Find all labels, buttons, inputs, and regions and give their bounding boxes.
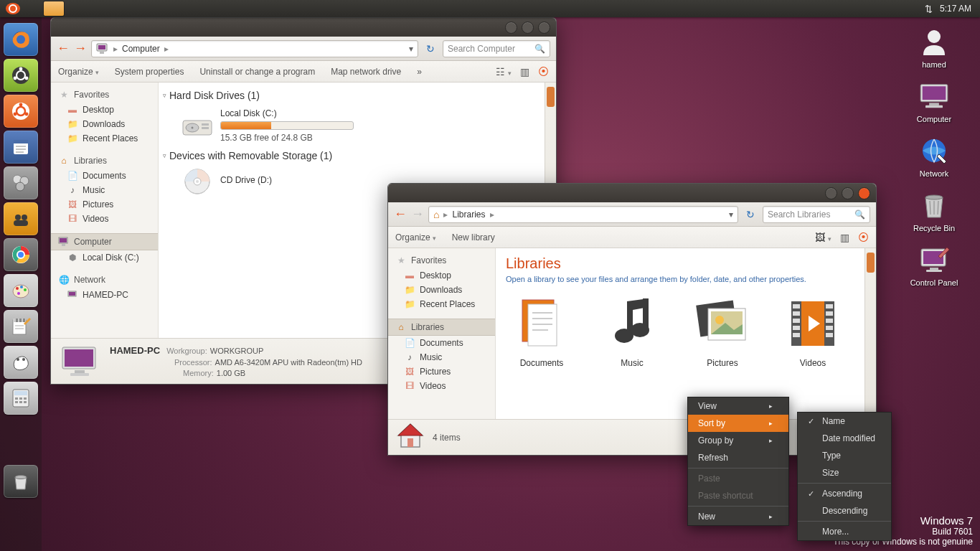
close-button[interactable] — [538, 22, 550, 34]
maximize-button[interactable] — [842, 187, 854, 199]
svg-rect-103 — [793, 333, 800, 337]
desktop-icon-controlpanel[interactable]: Control Panel — [898, 244, 970, 287]
help-icon[interactable]: ⦿ — [858, 231, 869, 243]
taskbar-window-button[interactable] — [44, 1, 64, 16]
sidebar-item-documents[interactable]: 📄Documents — [51, 169, 158, 183]
launcher-social[interactable] — [4, 202, 38, 235]
library-music[interactable]: Music — [603, 295, 661, 368]
system-properties[interactable]: System properties — [115, 67, 184, 77]
ctx-new[interactable]: New▸ — [688, 508, 788, 525]
address-bar[interactable]: ⌂ ▸ Libraries ▸ ▾ — [428, 206, 738, 223]
sidebar-item-recent[interactable]: 📁Recent Places — [388, 297, 495, 311]
titlebar[interactable] — [388, 184, 876, 202]
forward-button[interactable]: → — [411, 207, 424, 222]
content-area[interactable]: Libraries Open a library to see your fil… — [496, 248, 876, 419]
sidebar-item-localdisk[interactable]: ⬢Local Disk (C:) — [51, 250, 158, 265]
minimize-button[interactable] — [505, 22, 517, 34]
address-bar[interactable]: ▸ Computer ▸ ▾ — [91, 40, 418, 57]
minimize-button[interactable] — [825, 187, 837, 199]
organize-menu[interactable]: Organize▾ — [58, 67, 99, 77]
launcher-editor[interactable] — [4, 310, 38, 343]
section-hdd[interactable]: ▿Hard Disk Drives (1) — [161, 87, 553, 104]
sidebar-item-documents[interactable]: 📄Documents — [388, 336, 495, 350]
new-library[interactable]: New library — [452, 232, 495, 242]
desktop-icon-recycle[interactable]: Recycle Bin — [898, 189, 970, 232]
sidebar-item-desktop[interactable]: ▬Desktop — [51, 103, 158, 117]
ctx-view[interactable]: View▸ — [688, 397, 788, 415]
launcher-browser[interactable] — [4, 238, 38, 271]
sidebar-item-hamedpc[interactable]: HAMED-PC — [51, 288, 158, 302]
forward-button[interactable]: → — [74, 41, 87, 56]
clock[interactable]: 5:17 AM — [940, 4, 971, 14]
sidebar-item-downloads[interactable]: 📁Downloads — [388, 283, 495, 297]
network-indicator-icon[interactable]: ⇅ — [925, 4, 933, 14]
desktop-icon-network[interactable]: Network — [898, 135, 970, 178]
titlebar[interactable] — [51, 18, 556, 37]
sidebar-item-recent[interactable]: 📁Recent Places — [51, 131, 158, 146]
close-button[interactable] — [858, 187, 870, 199]
desktop-icon-computer[interactable]: Computer — [898, 80, 970, 123]
launcher-settings[interactable] — [4, 166, 38, 199]
svg-point-30 — [17, 292, 20, 295]
sidebar-libraries[interactable]: ⌂Libraries — [51, 153, 158, 169]
ctx-refresh[interactable]: Refresh — [688, 449, 788, 466]
ctx-sortby[interactable]: Sort by▸ — [688, 415, 788, 432]
ctx-sort-type[interactable]: Type — [798, 447, 891, 464]
launcher-notes[interactable] — [4, 131, 38, 164]
ctx-groupby[interactable]: Group by▸ — [688, 432, 788, 449]
refresh-button[interactable]: ↻ — [743, 207, 758, 222]
ctx-sort-size[interactable]: Size — [798, 464, 891, 481]
sidebar-favorites[interactable]: ★Favorites — [388, 253, 495, 268]
back-button[interactable]: ← — [57, 41, 70, 56]
preview-pane-button[interactable]: ▥ — [840, 232, 849, 243]
sidebar-libraries[interactable]: ⌂Libraries — [388, 319, 495, 336]
ctx-sort-asc[interactable]: ✓Ascending — [798, 485, 891, 502]
help-icon[interactable]: ⦿ — [538, 65, 549, 77]
ctx-sort-desc[interactable]: Descending — [798, 502, 891, 519]
launcher-ubuntu[interactable] — [4, 95, 38, 128]
view-mode-button[interactable]: ☷ ▾ — [496, 66, 512, 77]
search-input[interactable]: Search Libraries 🔍 — [763, 206, 870, 223]
sidebar-item-music[interactable]: ♪Music — [388, 350, 495, 364]
sidebar-item-desktop[interactable]: ▬Desktop — [388, 268, 495, 283]
preview-pane-button[interactable]: ▥ — [520, 66, 529, 77]
sidebar-item-videos[interactable]: 🎞Videos — [388, 379, 495, 393]
desktop-icon-user[interactable]: hamed — [898, 26, 970, 69]
launcher-office[interactable] — [4, 346, 38, 379]
refresh-button[interactable]: ↻ — [423, 41, 438, 57]
section-removable[interactable]: ▿Devices with Removable Storage (1) — [161, 147, 553, 164]
organize-menu[interactable]: Organize▾ — [395, 232, 436, 242]
svg-rect-42 — [15, 397, 18, 400]
sidebar-item-videos[interactable]: 🎞Videos — [51, 212, 158, 226]
launcher-firefox[interactable] — [4, 23, 38, 56]
scrollbar[interactable] — [864, 248, 876, 419]
ctx-sort-datemodified[interactable]: Date modified — [798, 430, 891, 447]
desktop-icon-label: Computer — [917, 115, 951, 123]
back-button[interactable]: ← — [394, 207, 407, 222]
sidebar-item-downloads[interactable]: 📁Downloads — [51, 117, 158, 131]
library-documents[interactable]: Documents — [513, 295, 570, 368]
launcher-ubuntu-sw[interactable] — [4, 59, 38, 92]
search-input[interactable]: Search Computer 🔍 — [443, 40, 550, 57]
launcher-calculator[interactable] — [4, 382, 38, 415]
desktop-icon-label: Control Panel — [910, 278, 958, 287]
ubuntu-logo-icon[interactable] — [6, 3, 20, 14]
sidebar-computer[interactable]: Computer — [51, 233, 158, 250]
drive-local-c[interactable]: Local Disk (C:) 15.3 GB free of 24.8 GB — [161, 104, 553, 147]
toolbar-overflow[interactable]: » — [417, 67, 422, 77]
ctx-sort-name[interactable]: ✓Name — [798, 413, 891, 430]
library-videos[interactable]: Videos — [784, 295, 842, 368]
launcher-paint[interactable] — [4, 274, 38, 307]
sidebar-network[interactable]: 🌐Network — [51, 272, 158, 288]
maximize-button[interactable] — [522, 22, 534, 34]
sidebar-item-pictures[interactable]: 🖼Pictures — [388, 364, 495, 379]
view-mode-button[interactable]: 🖼 ▾ — [815, 232, 831, 243]
uninstall-program[interactable]: Uninstall or change a program — [199, 67, 315, 77]
sidebar-favorites[interactable]: ★Favorites — [51, 87, 158, 103]
map-network-drive[interactable]: Map network drive — [331, 67, 401, 77]
ctx-sort-more[interactable]: More... — [798, 523, 891, 540]
launcher-trash[interactable] — [4, 465, 38, 498]
library-pictures[interactable]: Pictures — [694, 295, 751, 368]
sidebar-item-pictures[interactable]: 🖼Pictures — [51, 197, 158, 212]
sidebar-item-music[interactable]: ♪Music — [51, 183, 158, 197]
